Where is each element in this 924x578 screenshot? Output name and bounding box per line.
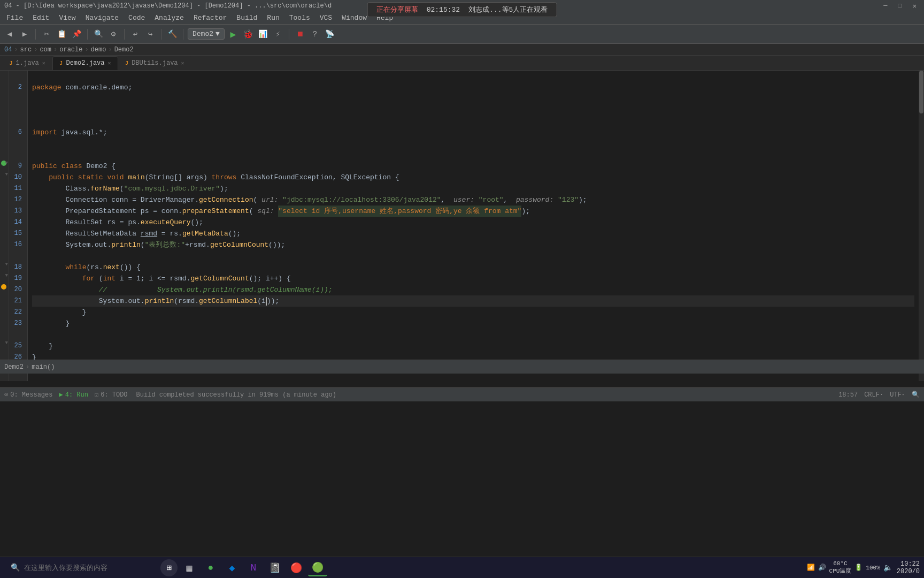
copy-btn[interactable]: 📋 — [55, 28, 68, 41]
code-line-18: while (rs. next ()) { — [32, 262, 914, 273]
position-label: 18:57 — [838, 391, 858, 399]
menu-build[interactable]: Build — [232, 13, 261, 23]
taskbar-browser-chrome[interactable]: ● — [201, 559, 220, 576]
taskbar-browser-edge[interactable]: ◆ — [222, 559, 242, 576]
method-getconnection: getConnection — [199, 194, 253, 206]
code-line-25: } — [32, 340, 914, 352]
breadcrumb-com[interactable]: com — [40, 46, 51, 54]
volume-icon[interactable]: 🔊 — [818, 564, 826, 572]
tab-1java-close[interactable]: ✕ — [42, 60, 45, 66]
scrollbar-thumb[interactable] — [919, 71, 923, 113]
taskbar-onenote[interactable]: N — [244, 559, 263, 576]
network-icon[interactable]: 📶 — [807, 564, 815, 572]
app5-icon: 📓 — [269, 562, 281, 574]
menu-view[interactable]: View — [55, 13, 80, 23]
messages-btn[interactable]: ⊙ 0: Messages — [4, 391, 52, 399]
close-btn[interactable]: ✕ — [910, 2, 920, 10]
tab-dbutilsjava-close[interactable]: ✕ — [181, 60, 184, 66]
clock[interactable]: 10:22 2020/0 — [897, 560, 920, 575]
battery-icon[interactable]: 🔋 — [854, 564, 863, 572]
fold-class-icon[interactable]: ▼ — [5, 161, 8, 166]
system-tray: 📶 🔊 68°C CPU温度 🔋 100% 🔈 — [807, 560, 892, 575]
todo-btn[interactable]: ☑ 6: TODO — [95, 391, 128, 399]
dropdown-arrow: ▼ — [215, 30, 220, 38]
sharing-time: 02:15:32 — [427, 6, 460, 14]
run-btn[interactable]: ▶ — [227, 28, 240, 41]
str-tablecount: "表列总数:" — [145, 239, 185, 250]
taskbar-app-5[interactable]: 📓 — [265, 559, 284, 576]
editor-container: ▼ ▼ ▼ ▼ ▼ 2 6 9 10 11 12 13 14 15 16 18 … — [0, 71, 924, 381]
breadcrumb-demo2[interactable]: Demo2 — [114, 46, 134, 54]
maximize-btn[interactable]: □ — [895, 2, 905, 10]
settings-btn[interactable]: ⚙ — [107, 28, 120, 41]
menu-code[interactable]: Code — [124, 13, 149, 23]
fold-for-icon[interactable]: ▼ — [5, 273, 8, 278]
redo-btn[interactable]: ↪ — [144, 28, 157, 41]
menu-edit[interactable]: Edit — [28, 13, 53, 23]
undo-btn[interactable]: ↩ — [129, 28, 142, 41]
breadcrumb-src[interactable]: src — [20, 46, 32, 54]
code-line-16: System.out. println ( "表列总数:" +rsmd. get… — [32, 239, 914, 250]
menu-vcs[interactable]: VCS — [315, 13, 336, 23]
coverage-btn[interactable]: 📊 — [257, 28, 270, 41]
debug-btn[interactable]: 🐞 — [242, 28, 255, 41]
breadcrumb-demo[interactable]: demo — [91, 46, 106, 54]
speaker-icon[interactable]: 🔈 — [883, 563, 892, 572]
search-icon[interactable]: 🔍 — [912, 391, 920, 399]
minimize-btn[interactable]: ─ — [880, 2, 890, 10]
tab-dbutilsjava[interactable]: J DBUtils.java ✕ — [118, 56, 191, 70]
build-btn[interactable]: 🔨 — [166, 28, 179, 41]
share-btn[interactable]: 📡 — [324, 28, 336, 41]
profile-btn[interactable]: ⚡ — [272, 28, 284, 41]
method-forname: forName — [90, 183, 120, 194]
fold-class-end-icon[interactable]: ▼ — [5, 340, 8, 346]
search-btn[interactable]: 🔍 — [92, 28, 105, 41]
kw-while: while — [65, 262, 86, 273]
forward-btn[interactable]: ▶ — [18, 28, 31, 41]
str-password: "123" — [558, 194, 579, 206]
tab-bar: J 1.java ✕ J Demo2.java ✕ J DBUtils.java… — [0, 56, 924, 71]
code-editor[interactable]: package com.oracle.demo; import java.sql… — [28, 71, 919, 381]
vertical-scrollbar[interactable] — [919, 71, 924, 381]
code-line-23: } — [32, 318, 914, 329]
tab-1java[interactable]: J 1.java ✕ — [2, 56, 52, 70]
line-22: 22 — [9, 307, 25, 318]
kw-public-1: public — [32, 161, 57, 172]
tab-demo2java[interactable]: J Demo2.java ✕ — [52, 56, 118, 70]
menu-window[interactable]: Window — [337, 13, 371, 23]
windows-icon: ⊞ — [166, 562, 172, 573]
taskbar-files[interactable]: ▦ — [180, 559, 199, 576]
method-next: next — [103, 262, 120, 273]
menu-run[interactable]: Run — [263, 13, 283, 23]
breadcrumb-04[interactable]: 04 — [4, 46, 12, 54]
search-input[interactable] — [24, 564, 148, 572]
back-btn[interactable]: ◀ — [3, 28, 16, 41]
paste-btn[interactable]: 📌 — [70, 28, 83, 41]
fold-while-icon[interactable]: ▼ — [5, 262, 8, 267]
taskbar-start[interactable]: ⊞ — [160, 559, 178, 576]
line-9: 9 — [9, 161, 25, 172]
fold-method-icon[interactable]: ▼ — [5, 172, 8, 177]
kw-class: class — [61, 161, 82, 172]
taskbar-intellij[interactable]: 🟢 — [308, 559, 327, 576]
menu-refactor[interactable]: Refactor — [189, 13, 231, 23]
stop-btn[interactable]: ⏹ — [294, 28, 306, 41]
run-config-dropdown[interactable]: Demo2 ▼ — [188, 28, 225, 40]
run-status-btn[interactable]: ▶ 4: Run — [59, 391, 88, 399]
code-line-19: for ( int i = 1; i <= rsmd. getColumnCou… — [32, 273, 914, 284]
help-btn[interactable]: ? — [309, 28, 321, 41]
var-rsmd: rsmd — [141, 228, 157, 239]
line-12: 12 — [9, 194, 25, 206]
menu-analyze[interactable]: Analyze — [150, 13, 188, 23]
menu-file[interactable]: File — [2, 13, 27, 23]
cut-btn[interactable]: ✂ — [40, 28, 53, 41]
menu-navigate[interactable]: Navigate — [81, 13, 123, 23]
str-url: "jdbc:mysql://localhost:3306/java2012" — [282, 194, 441, 206]
line-19: 19 — [9, 273, 25, 284]
tab-demo2java-close[interactable]: ✕ — [107, 60, 111, 66]
menu-tools[interactable]: Tools — [285, 13, 314, 23]
method-getcolcount2: getColumnCount — [190, 273, 249, 284]
breadcrumb-oracle[interactable]: oracle — [59, 46, 82, 54]
code-line-12: Connection conn = DriverManager. getConn… — [32, 194, 914, 206]
taskbar-app-6[interactable]: 🔴 — [287, 559, 306, 576]
